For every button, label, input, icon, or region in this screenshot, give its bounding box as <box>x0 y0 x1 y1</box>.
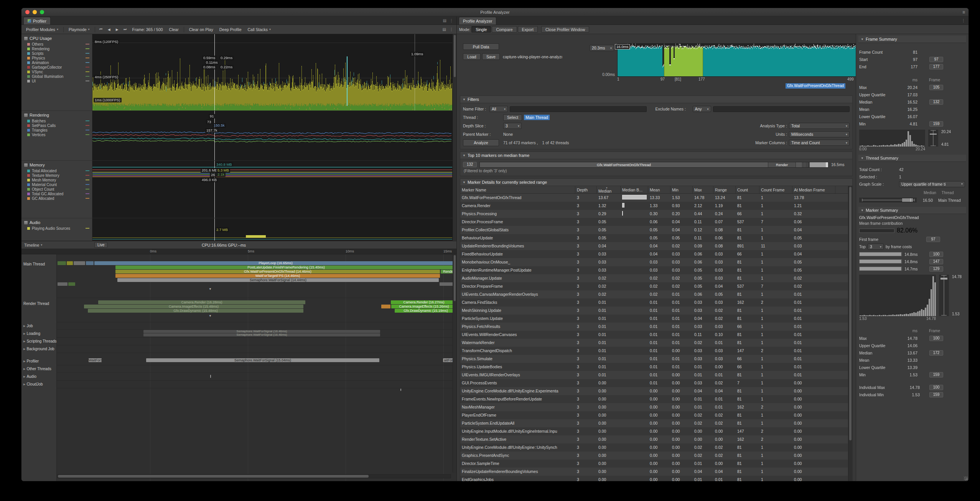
legend-item[interactable]: Rendering <box>21 46 92 51</box>
table-row[interactable]: UIEvents.WillRenderCanvases30.010.010.01… <box>460 331 848 339</box>
table-row[interactable]: NavMeshManager30.000.000.000.010.0116220… <box>460 403 848 411</box>
table-row[interactable]: BehaviourUpdate30.050.050.050.110.068110… <box>460 234 848 242</box>
legend-color-swatch[interactable] <box>27 124 30 127</box>
table-row[interactable]: FixedBehaviourUpdate30.030.040.030.060.0… <box>460 250 848 258</box>
table-row[interactable]: Graphics.PresentAndSync30.000.000.000.02… <box>460 452 848 460</box>
zoom-window-button[interactable] <box>40 10 44 14</box>
legend-color-swatch[interactable] <box>27 80 30 82</box>
exclude-mode-dropdown[interactable]: Any▾ <box>693 106 711 112</box>
marker-summary-header[interactable]: ▼ Marker Summary <box>858 207 966 214</box>
legend-item[interactable]: Global Illumination <box>21 74 92 79</box>
top10-segment[interactable] <box>809 162 810 167</box>
timeline-marker-bar[interactable] <box>58 282 68 286</box>
legend-color-swatch[interactable] <box>27 43 30 46</box>
table-row[interactable]: ParticleSystem.Update30.010.010.010.040.… <box>460 315 848 323</box>
thread-label-other-threads[interactable]: ▶Other Threads <box>23 367 51 371</box>
live-button[interactable]: Live <box>94 242 107 248</box>
legend-color-swatch[interactable] <box>27 48 30 50</box>
table-row[interactable]: Director.SampleTime30.000.000.000.010.00… <box>460 460 848 468</box>
frame-link-button[interactable]: 105 <box>929 85 943 90</box>
table-scrollbar[interactable] <box>848 186 852 481</box>
table-row[interactable]: UIEvents.IMGUIRenderOverlays30.010.010.0… <box>460 371 848 379</box>
pane-grid-icon[interactable]: ▤ <box>443 18 446 23</box>
module-header-rendering[interactable]: Rendering <box>21 112 92 119</box>
thread-label-cloudjob[interactable]: ▶CloudJob <box>23 382 43 386</box>
timeline-marker-bar[interactable] <box>210 375 211 378</box>
next-frame-button[interactable]: ▶ <box>114 26 121 33</box>
column-header-count[interactable]: Count <box>736 186 759 193</box>
legend-color-swatch[interactable] <box>27 57 30 59</box>
timeline-marker-bar[interactable]: Semaphore.WaitForSignal (16.46ms) <box>143 333 380 336</box>
top-count-dropdown[interactable]: 3▾ <box>868 244 884 250</box>
profiler-modules-dropdown[interactable]: Profiler Modules▾ <box>23 26 61 33</box>
mode-compare-button[interactable]: Compare <box>492 26 517 33</box>
table-row[interactable]: UnityEngine.CoreModule.dll!UnityEngine.E… <box>460 387 848 395</box>
legend-color-swatch[interactable] <box>27 170 30 172</box>
analyze-button[interactable]: Analyze <box>463 139 499 146</box>
thread-summary-header[interactable]: ▼ Thread Summary <box>858 155 966 162</box>
legend-color-swatch[interactable] <box>27 66 30 69</box>
column-header-depth[interactable]: Depth <box>575 186 597 193</box>
column-header-median[interactable]: ▾Median <box>597 186 621 193</box>
exclude-names-input[interactable] <box>713 106 850 112</box>
legend-item[interactable]: SetPass Calls <box>21 123 92 128</box>
thread-label-loading[interactable]: ▶Loading <box>23 331 40 336</box>
frame-link-button[interactable]: 129 <box>929 266 943 272</box>
table-row[interactable]: Gfx.WaitForPresentOnGfxThread313.6713.33… <box>460 194 848 202</box>
legend-color-swatch[interactable] <box>27 197 30 200</box>
tab-profile-analyzer[interactable]: Profile Analyzer <box>459 17 496 25</box>
top10-header[interactable]: ▼ Top 10 markers on median frame <box>460 152 852 159</box>
column-header-min[interactable]: Min <box>670 186 693 193</box>
column-header-mean[interactable]: Mean <box>648 186 670 193</box>
legend-item[interactable]: Triangles <box>21 128 92 132</box>
name-filter-input[interactable] <box>510 106 647 112</box>
cpu-usage-chart[interactable]: 8ms (120FPS)4ms (250FPS)1ms (1000FPS)1.0… <box>92 34 453 111</box>
legend-item[interactable]: Object Count <box>21 187 92 191</box>
legend-item[interactable]: Playing Audio Sources <box>21 226 92 231</box>
table-row[interactable]: MeshSkinning.Update30.010.010.010.030.02… <box>460 307 848 315</box>
timeline-marker-bar[interactable]: Gfx.WaitForPresentOnGfxThread (14.46ms) <box>115 270 440 274</box>
timeline-marker-bar[interactable]: PostLateUpdate.FinishFrameRendering (15.… <box>115 265 456 269</box>
scrollbar-thumb[interactable] <box>58 475 369 478</box>
legend-item[interactable]: VSync <box>21 69 92 74</box>
thread-label-main-thread[interactable]: Main Thread <box>23 262 45 266</box>
legend-color-swatch[interactable] <box>27 61 30 64</box>
charts-scrollbar[interactable] <box>453 34 456 241</box>
legend-color-swatch[interactable] <box>27 52 30 55</box>
median-frame-button[interactable]: 132 <box>463 162 477 167</box>
frame-link-button[interactable]: 100 <box>929 252 943 257</box>
legend-item[interactable]: Material Count <box>21 182 92 187</box>
legend-color-swatch[interactable] <box>27 227 30 230</box>
timeline-marker-bar[interactable]: Semaphore.WaitForSignal (14.44ms) <box>117 278 439 282</box>
frame-link-button[interactable]: 97 <box>929 57 943 62</box>
table-row[interactable]: Director.PrepareFrame30.020.020.020.050.… <box>460 282 848 290</box>
legend-item[interactable]: Animation <box>21 60 92 65</box>
timeline-ruler[interactable]: 0ms5ms10ms15ms <box>21 249 456 254</box>
frame-link-button[interactable]: 97 <box>926 237 940 242</box>
thread-label-job[interactable]: ▶Job <box>23 324 33 328</box>
rendering-chart[interactable]: 9173150.5k157.7k <box>92 111 453 161</box>
window-menu-icon[interactable]: ≡ <box>959 10 968 15</box>
timeline-marker-bar[interactable] <box>74 261 85 265</box>
thread-label-profiler[interactable]: ▶Profiler <box>23 359 39 363</box>
legend-color-swatch[interactable] <box>27 193 30 195</box>
legend-color-swatch[interactable] <box>27 174 30 177</box>
toolbar-more-icon[interactable]: ⋮ <box>450 27 453 31</box>
thread-label-audio[interactable]: ▶Audio <box>23 374 36 379</box>
close-profiler-window-button[interactable]: Close Profiler Window <box>541 26 589 33</box>
legend-item[interactable]: Vertices <box>21 132 92 137</box>
thread-label-scripting-threads[interactable]: ▶Scripting Threads <box>23 339 57 343</box>
legend-color-swatch[interactable] <box>27 120 30 122</box>
top10-segment[interactable]: Render <box>768 162 796 167</box>
legend-color-swatch[interactable] <box>27 188 30 191</box>
depth-slice-dropdown[interactable]: 3▾ <box>503 123 522 129</box>
timeline-view[interactable]: 0ms5ms10ms15msMain ThreadRender Thread▶J… <box>21 249 456 481</box>
thread-label-render-thread[interactable]: Render Thread <box>23 302 49 306</box>
clear-button[interactable]: Clear <box>166 26 181 33</box>
top10-segment[interactable]: Gfx.WaitForPresentOnGfxThread <box>480 162 768 167</box>
timeline-marker-bar[interactable]: Semaphore.WaitForSignal (15.04ms) <box>146 358 379 362</box>
table-row[interactable]: Physics.Simulate30.010.010.010.030.03661… <box>460 355 848 363</box>
legend-item[interactable]: Physics <box>21 56 92 60</box>
frame-summary-header[interactable]: ▼ Frame Summary <box>858 36 966 43</box>
column-header-at-median-frame[interactable]: At Median Frame <box>792 186 835 193</box>
